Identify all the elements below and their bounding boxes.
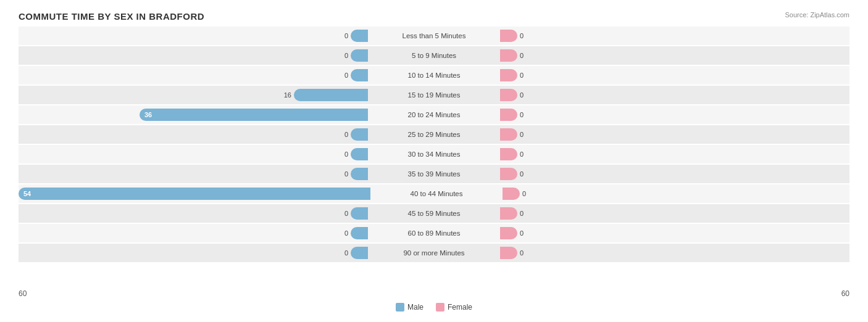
male-value: 0 [336,72,348,79]
male-side: 16 [19,89,370,101]
female-value: 0 [520,151,532,158]
male-side: 0 [19,49,370,62]
chart-title: COMMUTE TIME BY SEX IN BRADFORD [19,11,849,22]
male-bar [351,69,368,81]
legend-male: Male [396,303,424,312]
male-bar [294,89,368,101]
female-side: 0 [498,69,849,81]
chart-row: 0Less than 5 Minutes0 [19,27,849,45]
female-value: 0 [520,111,532,118]
female-side: 0 [498,227,849,239]
female-value: 0 [520,32,532,39]
male-side: 0 [19,30,370,42]
legend-male-box [396,303,404,312]
axis-right: 60 [495,289,849,298]
chart-row: 030 to 34 Minutes0 [19,145,849,163]
chart-row: 035 to 39 Minutes0 [19,165,849,183]
male-bar: 54 [19,188,370,200]
female-bar [500,148,517,160]
chart-row: 3620 to 24 Minutes0 [19,105,849,124]
chart-row: 090 or more Minutes0 [19,244,849,262]
row-label: 35 to 39 Minutes [370,170,498,178]
male-bar [351,128,368,141]
female-side: 0 [498,247,849,259]
male-value: 0 [336,131,348,138]
female-side: 0 [498,128,849,141]
source-text: Source: ZipAtlas.com [785,11,849,19]
chart-row: 060 to 89 Minutes0 [19,224,849,242]
row-label: 30 to 34 Minutes [370,151,498,158]
axis-left: 60 [19,289,373,298]
male-side: 36 [19,109,370,121]
axis-row: 60 60 [19,289,849,298]
female-bar [500,128,517,141]
female-side: 0 [498,207,849,220]
male-bar [351,49,368,62]
row-label: 60 to 89 Minutes [370,229,498,237]
male-side: 0 [19,128,370,141]
female-bar [500,227,517,239]
female-value: 0 [520,72,532,79]
female-side: 0 [500,188,849,200]
legend-female: Female [436,303,472,312]
legend-male-label: Male [407,303,424,312]
female-value: 0 [520,229,532,237]
female-bar [503,188,520,200]
female-bar [500,89,517,101]
chart-row: 010 to 14 Minutes0 [19,66,849,85]
chart-row: 025 to 29 Minutes0 [19,125,849,144]
male-value: 0 [336,210,348,217]
male-bar [351,148,368,160]
row-label: Less than 5 Minutes [370,32,498,39]
chart-row: 05 to 9 Minutes0 [19,46,849,65]
male-value: 0 [336,229,348,237]
female-bar [500,30,517,42]
male-side: 0 [19,168,370,180]
female-value: 0 [520,91,532,99]
legend-female-label: Female [448,303,472,312]
row-label: 25 to 29 Minutes [370,131,498,138]
female-value: 0 [522,190,535,197]
legend-female-box [436,303,444,312]
female-side: 0 [498,148,849,160]
row-label: 45 to 59 Minutes [370,210,498,217]
male-side: 0 [19,69,370,81]
legend: Male Female [19,303,849,312]
male-side: 0 [19,148,370,160]
row-label: 15 to 19 Minutes [370,91,498,99]
female-bar [500,109,517,121]
female-bar [500,247,517,259]
male-value: 0 [336,170,348,178]
female-bar [500,207,517,220]
male-side: 0 [19,227,370,239]
male-bar [351,30,368,42]
male-side: 0 [19,207,370,220]
female-value: 0 [520,170,532,178]
chart-area: 0Less than 5 Minutes005 to 9 Minutes0010… [19,27,849,286]
female-side: 0 [498,109,849,121]
chart-container: COMMUTE TIME BY SEX IN BRADFORD Source: … [0,0,868,322]
male-bar [351,168,368,180]
row-label: 20 to 24 Minutes [370,111,498,118]
row-label: 5 to 9 Minutes [370,52,498,59]
male-value: 16 [279,91,291,99]
female-side: 0 [498,168,849,180]
female-value: 0 [520,249,532,257]
male-value: 0 [336,52,348,59]
chart-row: 5440 to 44 Minutes0 [19,184,849,203]
female-side: 0 [498,30,849,42]
female-side: 0 [498,49,849,62]
female-bar [500,168,517,180]
male-side: 54 [19,188,373,200]
male-side: 0 [19,247,370,259]
chart-row: 045 to 59 Minutes0 [19,204,849,223]
male-bar [351,227,368,239]
female-value: 0 [520,52,532,59]
female-side: 0 [498,89,849,101]
female-value: 0 [520,131,532,138]
male-value: 0 [336,151,348,158]
row-label: 40 to 44 Minutes [373,190,500,197]
male-value: 0 [336,32,348,39]
male-value: 0 [336,249,348,257]
male-bar [351,247,368,259]
